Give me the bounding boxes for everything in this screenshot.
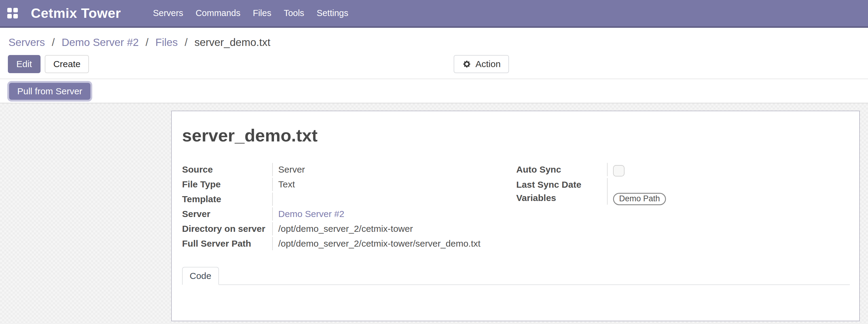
field-groups: Source Server File Type Text Template Se…: [182, 163, 850, 252]
variable-tag[interactable]: Demo Path: [613, 193, 666, 205]
breadcrumb-current-record: server_demo.txt: [194, 36, 270, 48]
field-label: Directory on server: [182, 222, 273, 235]
nav-item-servers[interactable]: Servers: [153, 8, 183, 18]
control-panel-toolbar: Edit Create Action: [0, 53, 868, 79]
statusbar: Pull from Server: [0, 79, 868, 103]
server-record-link[interactable]: Demo Server #2: [278, 209, 344, 219]
field-label: Source: [182, 163, 273, 176]
field-row-server: Server Demo Server #2: [182, 207, 516, 222]
field-label: File Type: [182, 178, 273, 191]
field-label: Server: [182, 207, 273, 221]
field-group-left: Source Server File Type Text Template Se…: [182, 163, 516, 252]
nav-item-tools[interactable]: Tools: [284, 8, 304, 18]
field-label: Last Sync Date: [516, 178, 608, 191]
field-row-file-type: File Type Text: [182, 178, 516, 193]
top-navbar: Cetmix Tower Servers Commands Files Tool…: [0, 0, 868, 28]
field-value: /opt/demo_server_2/cetmix-tower: [273, 222, 413, 235]
create-button[interactable]: Create: [45, 55, 89, 73]
field-row-directory: Directory on server /opt/demo_server_2/c…: [182, 222, 516, 237]
field-label: Full Server Path: [182, 237, 273, 250]
form-card: server_demo.txt Source Server File Type …: [171, 110, 860, 321]
field-value: [273, 193, 278, 196]
navbar-menu: Servers Commands Files Tools Settings: [153, 8, 348, 18]
field-label: Template: [182, 193, 273, 206]
pull-from-server-button[interactable]: Pull from Server: [9, 83, 90, 100]
notebook-tabs: Code: [182, 267, 850, 285]
field-value: [608, 163, 624, 178]
form-view-background: server_demo.txt Source Server File Type …: [0, 103, 868, 324]
field-value: Demo Path: [608, 191, 666, 207]
field-value: Text: [273, 178, 295, 191]
field-value: Server: [273, 163, 305, 176]
field-row-last-sync-date: Last Sync Date: [516, 178, 850, 191]
breadcrumb-separator: /: [52, 36, 55, 48]
field-row-variables: Variables Demo Path: [516, 191, 850, 207]
field-value: /opt/demo_server_2/cetmix-tower/server_d…: [273, 237, 480, 250]
breadcrumb-files[interactable]: Files: [155, 36, 178, 48]
field-value: [608, 178, 613, 181]
field-label: Auto Sync: [516, 163, 608, 176]
field-row-source: Source Server: [182, 163, 516, 178]
nav-item-commands[interactable]: Commands: [196, 8, 241, 18]
action-button-label: Action: [475, 59, 500, 69]
field-group-right: Auto Sync Last Sync Date Variables Demo …: [516, 163, 850, 252]
breadcrumb-separator: /: [185, 36, 187, 48]
edit-button[interactable]: Edit: [8, 55, 40, 73]
breadcrumb-servers[interactable]: Servers: [8, 36, 45, 48]
apps-grid-icon[interactable]: [7, 8, 18, 19]
app-brand-title[interactable]: Cetmix Tower: [31, 5, 121, 21]
breadcrumb-separator: /: [146, 36, 149, 48]
nav-item-files[interactable]: Files: [253, 8, 271, 18]
nav-item-settings[interactable]: Settings: [317, 8, 348, 18]
record-title: server_demo.txt: [182, 125, 850, 145]
breadcrumb: Servers / Demo Server #2 / Files / serve…: [0, 28, 868, 53]
tab-code[interactable]: Code: [182, 267, 219, 285]
auto-sync-checkbox[interactable]: [613, 165, 624, 176]
field-row-full-path: Full Server Path /opt/demo_server_2/cetm…: [182, 237, 516, 252]
action-menu-button[interactable]: Action: [454, 55, 509, 73]
field-value: Demo Server #2: [273, 207, 344, 221]
field-row-auto-sync: Auto Sync: [516, 163, 850, 178]
breadcrumb-demo-server[interactable]: Demo Server #2: [62, 36, 139, 48]
field-row-template: Template: [182, 193, 516, 207]
field-label: Variables: [516, 191, 608, 205]
gear-icon: [462, 60, 471, 69]
